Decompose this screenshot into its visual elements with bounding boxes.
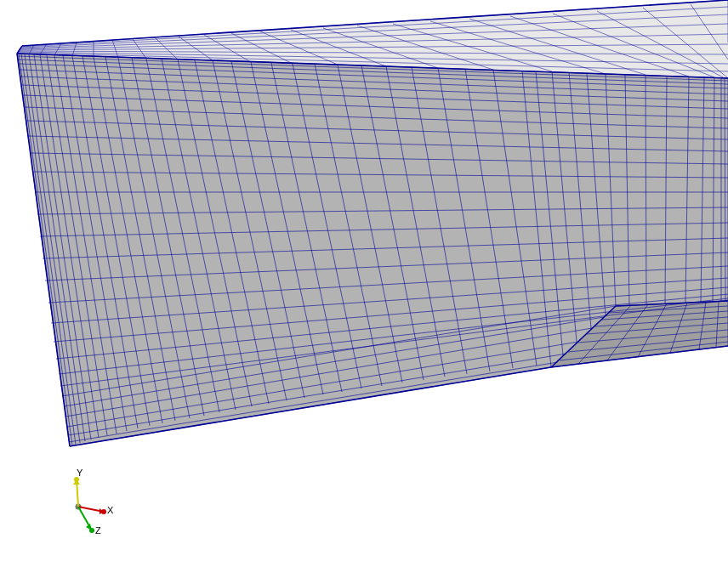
y-axis-label: Y: [77, 468, 82, 478]
svg-point-9: [89, 528, 94, 533]
axis-triad-svg: [60, 468, 128, 536]
y-axis: [73, 477, 80, 507]
x-axis-label: X: [107, 505, 113, 515]
z-axis: [78, 507, 94, 533]
z-axis-label: Z: [95, 525, 101, 536]
svg-point-3: [101, 509, 106, 514]
mesh-front-face: [17, 54, 728, 446]
axis-triad[interactable]: X Y Z: [60, 468, 128, 536]
